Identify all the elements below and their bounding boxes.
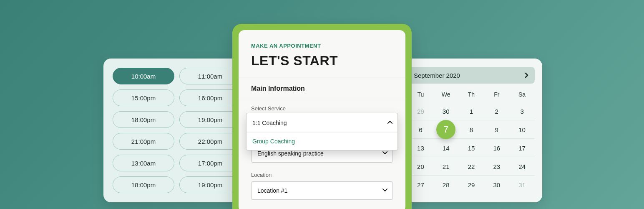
modal-header: MAKE AN APPOINTMENT LET'S START <box>239 30 405 77</box>
timeslot-button[interactable]: 21:00pm <box>113 133 174 150</box>
timeslot-button[interactable]: 19:00pm <box>179 111 241 128</box>
modal-eyebrow: MAKE AN APPOINTMENT <box>251 43 393 49</box>
calendar-row: 2930123 <box>408 102 535 120</box>
timeslot-button[interactable]: 18:00pm <box>113 111 174 128</box>
calendar-date-cell[interactable]: 21 <box>433 157 459 176</box>
chevron-up-icon <box>387 121 392 125</box>
timeslots-panel: 10:00am11:00am15:00pm16:00pm18:00pm19:00… <box>103 59 250 202</box>
timeslot-button[interactable]: 13:00am <box>113 155 174 171</box>
location-select[interactable]: Location #1 <box>251 181 393 200</box>
appointment-modal-inner: MAKE AN APPOINTMENT LET'S START Main Inf… <box>239 30 405 209</box>
calendar-date-cell[interactable]: 30 <box>484 176 509 194</box>
calendar-month-label: September 2020 <box>414 72 460 79</box>
service-select[interactable]: 1:1 Coaching <box>247 113 397 133</box>
calendar-days-of-week: TuWeThFrSa <box>408 91 535 98</box>
modal-title: LET'S START <box>251 53 393 69</box>
calendar-dow-label: Fr <box>484 91 509 98</box>
service-dropdown-open: 1:1 Coaching Group Coaching <box>246 113 398 150</box>
timeslot-button[interactable]: 15:00pm <box>113 89 174 106</box>
timeslot-button[interactable]: 17:00pm <box>179 155 241 171</box>
calendar-dow-label: We <box>433 91 459 98</box>
calendar-date-cell[interactable]: 3 <box>509 102 535 120</box>
calendar-date-cell[interactable]: 22 <box>459 157 484 176</box>
calendar-date-cell[interactable]: 1 <box>459 102 484 120</box>
chevron-down-icon <box>382 189 387 193</box>
chevron-down-icon <box>382 151 387 155</box>
section-title: Main Information <box>239 77 405 100</box>
appointment-modal: MAKE AN APPOINTMENT LET'S START Main Inf… <box>232 24 412 209</box>
calendar-date-cell[interactable]: 17 <box>509 139 535 157</box>
calendar-date-cell[interactable]: 6 <box>408 120 433 139</box>
practice-selected-value: English speaking practice <box>257 150 324 157</box>
service-selected-value: 1:1 Coaching <box>252 120 287 126</box>
calendar-dow-label: Tu <box>408 91 433 98</box>
calendar-dow-label: Th <box>459 91 484 98</box>
calendar-date-cell[interactable]: 29 <box>408 102 433 120</box>
timeslot-button[interactable]: 18:00pm <box>113 176 174 193</box>
timeslot-button[interactable]: 11:00am <box>179 68 241 84</box>
timeslot-grid: 10:00am11:00am15:00pm16:00pm18:00pm19:00… <box>113 68 241 193</box>
calendar-date-cell[interactable]: 9 <box>484 120 509 139</box>
calendar-date-cell[interactable]: 24 <box>509 157 535 176</box>
timeslot-button[interactable]: 16:00pm <box>179 89 241 106</box>
location-selected-value: Location #1 <box>257 187 287 194</box>
calendar-date-cell[interactable]: 28 <box>433 176 459 194</box>
calendar-date-cell[interactable]: 16 <box>484 139 509 157</box>
calendar-date-cell[interactable]: 20 <box>408 157 433 176</box>
calendar-date-cell[interactable]: 2 <box>484 102 509 120</box>
calendar-date-cell[interactable]: 14 <box>433 139 459 157</box>
calendar-date-cell[interactable]: 27 <box>408 176 433 194</box>
calendar-date-cell[interactable]: 15 <box>459 139 484 157</box>
calendar-row: 2728293031 <box>408 176 535 194</box>
calendar-row: 1314151617 <box>408 139 535 157</box>
calendar-date-cell[interactable]: 10 <box>509 120 535 139</box>
timeslot-button[interactable]: 10:00am <box>113 68 174 84</box>
calendar-selected-date: 7 <box>436 120 455 139</box>
calendar-date-cell[interactable]: 23 <box>484 157 509 176</box>
calendar-dow-label: Sa <box>509 91 535 98</box>
calendar-date-cell[interactable]: 13 <box>408 139 433 157</box>
calendar-date-cell[interactable]: 8 <box>459 120 484 139</box>
timeslot-button[interactable]: 22:00pm <box>179 133 241 150</box>
calendar-row: 2021222324 <box>408 157 535 176</box>
calendar-date-cell[interactable]: 30 <box>433 102 459 120</box>
fields-area: Select Service 1:1 Coaching Group Coachi… <box>239 100 405 209</box>
calendar-dates: 2930123678910131415161720212223242728293… <box>408 102 535 194</box>
calendar-next-button[interactable] <box>525 72 529 78</box>
calendar-date-cell[interactable]: 7 <box>433 120 459 139</box>
calendar-header: September 2020 <box>408 67 535 84</box>
calendar-date-cell[interactable]: 31 <box>509 176 535 194</box>
chevron-right-icon <box>525 72 529 78</box>
calendar-row: 678910 <box>408 120 535 139</box>
location-label: Location <box>251 172 393 178</box>
service-option-group-coaching[interactable]: Group Coaching <box>247 133 397 150</box>
timeslot-button[interactable]: 19:00pm <box>179 176 241 193</box>
calendar-date-cell[interactable]: 29 <box>459 176 484 194</box>
service-label: Select Service <box>251 105 393 112</box>
calendar-panel: September 2020 TuWeThFrSa 29301236789101… <box>400 59 542 202</box>
service-option-label: Group Coaching <box>252 138 295 145</box>
